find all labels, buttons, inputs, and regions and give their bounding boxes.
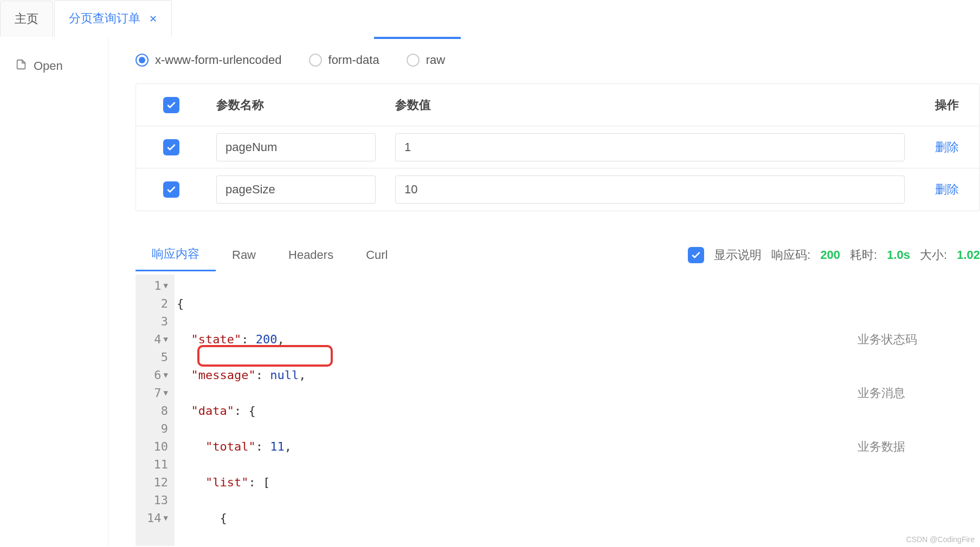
param-value-input[interactable] bbox=[395, 133, 905, 161]
sidebar-item-open[interactable]: Open bbox=[0, 53, 108, 79]
sidebar: Open bbox=[0, 37, 108, 546]
show-desc-label: 显示说明 bbox=[714, 247, 762, 263]
resp-tab-curl[interactable]: Curl bbox=[350, 240, 404, 270]
response-meta: 显示说明 响应码: 200 耗时: 1.0s 大小: 1.02 bbox=[688, 247, 980, 263]
delete-button[interactable]: 删除 bbox=[914, 181, 979, 198]
params-header-row: 参数名称 参数值 操作 bbox=[136, 84, 979, 126]
radio-formdata-label: form-data bbox=[328, 53, 379, 67]
tabs-bar: 主页 分页查询订单 ✕ bbox=[0, 0, 980, 37]
resp-code-value: 200 bbox=[820, 248, 840, 262]
tab-active-label: 分页查询订单 bbox=[69, 11, 140, 25]
annotation-state: 业务状态码 bbox=[858, 330, 929, 348]
delete-button[interactable]: 删除 bbox=[914, 139, 979, 155]
code-content: { "state": 200, "message": null, "data":… bbox=[175, 275, 414, 546]
param-name-input[interactable] bbox=[216, 175, 376, 204]
params-table: 参数名称 参数值 操作 删除 删除 bbox=[136, 83, 980, 211]
watermark: CSDN @CodingFire bbox=[906, 535, 975, 544]
resp-size-value: 1.02 bbox=[957, 248, 980, 262]
resp-tab-content[interactable]: 响应内容 bbox=[136, 238, 216, 271]
resp-code-label: 响应码: bbox=[771, 247, 810, 263]
header-param-value: 参数值 bbox=[385, 97, 914, 113]
radio-urlencoded[interactable]: x-www-form-urlencoded bbox=[136, 53, 282, 67]
checkbox-all[interactable] bbox=[163, 97, 179, 113]
annotation-message: 业务消息 bbox=[858, 384, 929, 402]
sidebar-open-label: Open bbox=[34, 59, 63, 73]
checkbox-row[interactable] bbox=[163, 139, 179, 155]
radio-raw-label: raw bbox=[426, 53, 445, 67]
radio-formdata[interactable]: form-data bbox=[309, 53, 379, 67]
checkbox-row[interactable] bbox=[163, 181, 179, 198]
radio-icon bbox=[309, 54, 322, 67]
radio-icon bbox=[136, 54, 149, 67]
response-annotations: 业务状态码 业务消息 业务数据 bbox=[858, 295, 929, 491]
resp-size-label: 大小: bbox=[920, 247, 947, 263]
resp-time-value: 1.0s bbox=[887, 248, 910, 262]
radio-raw[interactable]: raw bbox=[407, 53, 445, 67]
checkbox-show-desc[interactable] bbox=[688, 247, 704, 263]
table-row: 删除 bbox=[136, 168, 979, 211]
resp-tab-headers[interactable]: Headers bbox=[272, 240, 350, 270]
file-icon bbox=[15, 58, 27, 74]
tab-home[interactable]: 主页 bbox=[0, 1, 53, 37]
line-gutter: 1▼ 2 3 4▼ 5 6▼ 7▼ 8 9 10 11 12 13 14▼ bbox=[136, 275, 175, 546]
response-code-viewer[interactable]: 1▼ 2 3 4▼ 5 6▼ 7▼ 8 9 10 11 12 13 14▼ { … bbox=[136, 275, 980, 546]
header-param-name: 参数名称 bbox=[207, 97, 385, 113]
radio-icon bbox=[407, 54, 420, 67]
response-tabs: 响应内容 Raw Headers Curl 显示说明 响应码: 200 耗时: … bbox=[136, 211, 980, 271]
table-row: 删除 bbox=[136, 126, 979, 168]
radio-urlencoded-label: x-www-form-urlencoded bbox=[155, 53, 282, 67]
param-value-input[interactable] bbox=[395, 175, 905, 204]
param-name-input[interactable] bbox=[216, 133, 376, 161]
resp-time-label: 耗时: bbox=[850, 247, 877, 263]
highlight-box bbox=[197, 345, 333, 367]
body-type-selector: x-www-form-urlencoded form-data raw bbox=[136, 37, 980, 78]
close-icon[interactable]: ✕ bbox=[149, 14, 157, 24]
active-tab-indicator bbox=[374, 37, 461, 39]
resp-tab-raw[interactable]: Raw bbox=[216, 240, 272, 270]
annotation-data: 业务数据 bbox=[858, 438, 929, 455]
header-param-action: 操作 bbox=[914, 97, 979, 113]
tab-active[interactable]: 分页查询订单 ✕ bbox=[54, 0, 172, 37]
